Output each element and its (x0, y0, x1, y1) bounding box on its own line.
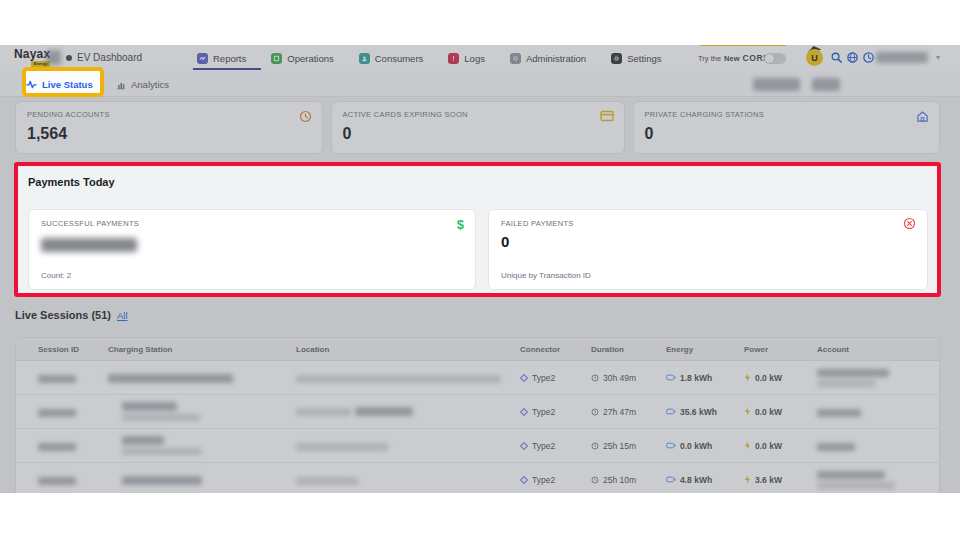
tab-live-status-label: Live Status (42, 79, 93, 90)
payments-today-title: Payments Today (28, 176, 115, 188)
live-sessions-all-link[interactable]: All (117, 310, 128, 321)
app-title: EV Dashboard (66, 52, 142, 63)
redacted-charging-station (122, 436, 164, 445)
col-session-id: Session ID (38, 345, 108, 354)
globe-icon[interactable] (846, 51, 859, 64)
connector-value: Type2 (532, 373, 555, 383)
payments-cards-row: SUCCESSFUL PAYMENTS $ Count: 2 FAILED PA… (28, 209, 928, 290)
tab-analytics[interactable]: Analytics (116, 75, 169, 94)
nav-item-settings[interactable]: Settings (611, 53, 661, 64)
live-sessions-header: Live Sessions (51) All (15, 309, 128, 321)
nav-item-consumers[interactable]: Consumers (359, 53, 424, 64)
col-power: Power (744, 345, 817, 354)
duration-value: 27h 47m (603, 407, 636, 417)
stat-value: 0 (645, 125, 929, 143)
top-header: Nayax Energy EV Dashboard Reports (0, 45, 960, 71)
credit-card-icon (600, 110, 614, 122)
nayax-logo[interactable]: Nayax Energy (14, 48, 50, 67)
duration-clock-icon (591, 374, 599, 382)
redacted-username[interactable] (876, 52, 928, 63)
power-bolt-icon (744, 373, 751, 382)
connector-icon (520, 408, 528, 416)
redacted-account-line2 (817, 380, 875, 387)
live-sessions-title: Live Sessions (51) (15, 309, 111, 321)
redacted-location-prefix (296, 408, 351, 416)
redacted-charging-station (122, 402, 177, 411)
university-icon[interactable]: U (806, 49, 823, 66)
power-bolt-icon (744, 407, 751, 416)
core-accent-line (700, 45, 786, 46)
stat-value: 1,564 (27, 125, 311, 143)
chevron-down-icon[interactable]: ▾ (936, 54, 944, 62)
search-icon[interactable] (830, 51, 843, 64)
reports-icon (197, 53, 208, 64)
dollar-icon: $ (457, 217, 464, 232)
duration-value: 25h 15m (603, 441, 636, 451)
connector-value: Type2 (532, 407, 555, 417)
operations-icon (271, 53, 282, 64)
battery-icon (666, 408, 676, 415)
col-energy: Energy (666, 345, 744, 354)
nav-item-logs[interactable]: Logs (448, 53, 485, 64)
col-charging-station: Charging Station (108, 345, 296, 354)
successful-payments-label: SUCCESSFUL PAYMENTS (41, 219, 463, 228)
table-row[interactable]: Type2 25h 15m 0.0 kWh 0.0 kW (16, 429, 939, 463)
duration-clock-icon (591, 408, 599, 416)
redacted-charging-station-line2 (122, 414, 200, 421)
app-screen: Nayax Energy EV Dashboard Reports (0, 45, 960, 493)
administration-icon (510, 53, 521, 64)
power-value: 0.0 kW (755, 373, 782, 383)
redacted-session-id (38, 409, 76, 417)
battery-icon (666, 476, 676, 483)
duration-clock-icon (591, 442, 599, 450)
table-row[interactable]: Type2 30h 49m 1.8 kWh 0.0 kW (16, 361, 939, 395)
duration-value: 30h 49m (603, 373, 636, 383)
energy-value: 35.6 kWh (680, 407, 717, 417)
nav-item-operations[interactable]: Operations (271, 53, 333, 64)
table-row[interactable]: Type2 27h 47m 35.6 kWh 0.0 kW (16, 395, 939, 429)
connector-value: Type2 (532, 441, 555, 451)
nav-label: Consumers (375, 53, 424, 64)
nav-label: Settings (627, 53, 661, 64)
payments-count: Count: 2 (41, 271, 71, 280)
core-toggle[interactable] (764, 53, 786, 64)
nav-item-administration[interactable]: Administration (510, 53, 586, 64)
connector-value: Type2 (532, 475, 555, 485)
redacted-location (296, 375, 501, 383)
x-circle-icon (903, 217, 916, 230)
try-prefix: Try the (698, 54, 721, 63)
live-sessions-table: Session ID Charging Station Location Con… (15, 337, 940, 493)
redacted-charging-station (122, 476, 202, 485)
main-nav: Reports Operations Consumers (197, 45, 661, 71)
nayax-logo-text: Nayax (14, 48, 50, 60)
card-private-charging-stations: PRIVATE CHARGING STATIONS 0 (633, 101, 941, 154)
power-bolt-icon (744, 441, 751, 450)
card-active-cards-expiring: ACTIVE CARDS EXPIRING SOON 0 (331, 101, 625, 154)
power-bolt-icon (744, 475, 751, 484)
redacted-location (296, 443, 388, 451)
history-clock-icon[interactable] (862, 51, 875, 64)
redacted-charging-station (108, 374, 233, 383)
table-row[interactable]: Type2 25h 10m 4.8 kWh 3.6 kW (16, 463, 939, 493)
redacted-account (817, 369, 889, 377)
connector-icon (520, 476, 528, 484)
energy-value: 0.0 kWh (680, 441, 712, 451)
failed-payments-label: FAILED PAYMENTS (501, 219, 915, 228)
redacted-session-id (38, 375, 76, 383)
stat-value: 0 (343, 125, 613, 143)
redacted-charging-station-line2 (122, 448, 202, 455)
sub-tab-bar: Live Status Analytics (0, 71, 960, 97)
tab-live-status[interactable]: Live Status (26, 75, 93, 94)
consumers-icon (359, 53, 370, 64)
failed-payments-value: 0 (501, 233, 915, 250)
activity-icon (26, 79, 37, 90)
active-nav-underline (193, 68, 261, 70)
col-account: Account (817, 345, 939, 354)
redacted-filter-button[interactable] (753, 78, 800, 91)
connector-icon (520, 374, 528, 382)
app-title-label: EV Dashboard (77, 52, 142, 63)
redacted-filter-button-2[interactable] (812, 78, 840, 91)
nav-item-reports[interactable]: Reports (197, 53, 246, 64)
redacted-session-id (38, 477, 76, 485)
logs-icon (448, 53, 459, 64)
